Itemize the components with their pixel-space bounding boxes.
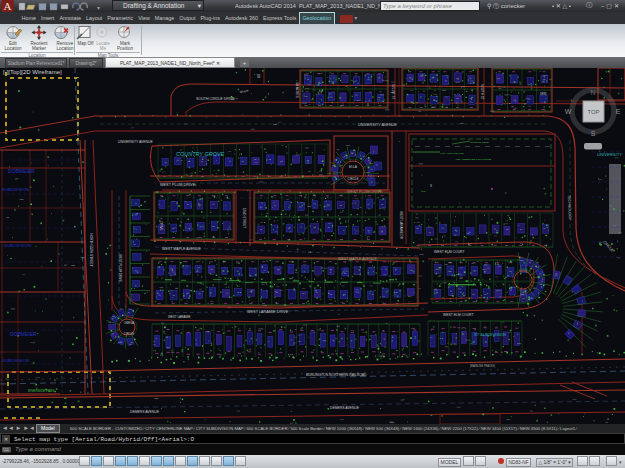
svg-text:SUBDIVISION: SUBDIVISION [2,187,29,192]
svg-text:DOBMEIER: DOBMEIER [8,168,35,174]
svg-text:WEST PLUM DRIVE: WEST PLUM DRIVE [118,254,122,282]
svg-text:WEST ELM COURT: WEST ELM COURT [443,313,474,317]
svg-text:N 50TH ST: N 50TH ST [480,84,484,99]
svg-text:(MAINLINE TRACKS): (MAINLINE TRACKS) [470,364,495,368]
svg-text:N: N [590,89,595,96]
svg-text:WEST ELM COURT: WEST ELM COURT [434,250,465,254]
svg-text:HIGH VOLTAGE LINE: HIGH VOLTAGE LINE [440,152,464,155]
svg-text:TECHNOLOGY: TECHNOLOGY [567,195,572,221]
svg-text:BURLINGTON NORTHERN RAILROAD: BURLINGTON NORTHERN RAILROAD [306,373,367,377]
svg-text:▾: ▾ [97,4,100,10]
svg-text:DR: DR [256,74,260,79]
svg-text:DEMERS AVENUE: DEMERS AVENUE [330,406,360,410]
svg-text:SUBDIVISION: SUBDIVISION [2,358,29,363]
svg-text:UNIVERSITY: UNIVERSITY [597,152,623,157]
svg-text:DOBMEIER: DOBMEIER [10,331,37,337]
svg-text:S: S [591,130,596,137]
svg-text:DRIVE: DRIVE [159,221,163,230]
svg-text:UNIVERSITY AVENUE: UNIVERSITY AVENUE [358,123,397,127]
svg-text:A: A [4,0,12,12]
svg-text:WEST LARAMIE DR: WEST LARAMIE DR [399,211,403,240]
svg-text:SOUTH CIRCLE DRIVE: SOUTH CIRCLE DRIVE [196,97,235,101]
svg-text:W: W [565,108,572,115]
svg-text:COUNTRY GROVE: COUNTRY GROVE [176,151,225,157]
svg-text:ELLA: ELLA [349,165,358,169]
svg-text:DRAFT: DRAFT [240,89,250,94]
svg-text:52ND STREET: 52ND STREET [242,208,246,229]
svg-text:WEST PLUM DRIVE: WEST PLUM DRIVE [160,183,196,187]
svg-text:WEST LARAMIE: WEST LARAMIE [168,315,191,319]
svg-text:AREA RESERVED FOR FUTURE: AREA RESERVED FOR FUTURE [455,158,492,161]
svg-text:WEST MAPLE AVENUE: WEST MAPLE AVENUE [162,247,201,251]
svg-text:TOP: TOP [587,109,599,115]
svg-text:(RC): (RC) [421,190,426,193]
svg-text:N 51ST ST: N 51ST ST [391,85,395,100]
svg-text:ST SUBDIVISION: ST SUBDIVISION [474,332,506,337]
svg-text:S: S [430,184,432,188]
svg-text:UNIVERSITY AVENUE: UNIVERSITY AVENUE [118,140,153,144]
svg-text:OMEGA: OMEGA [124,321,135,325]
svg-text:NORTH 55TH STREET: NORTH 55TH STREET [89,233,93,266]
svg-text:DEMERS AVENUE: DEMERS AVENUE [130,410,160,414]
svg-text:60 ACRES: 60 ACRES [295,82,299,97]
svg-text:RIVERSIDE PARK: RIVERSIDE PARK [28,389,55,393]
svg-text:WEST LARAMIE DRIVE: WEST LARAMIE DRIVE [247,310,289,314]
svg-text:SUBDIVISION: SUBDIVISION [4,243,31,248]
svg-text:CIRCLE: CIRCLE [347,177,358,181]
svg-text:NO BUILD ZONE: NO BUILD ZONE [470,141,489,144]
svg-text:E: E [616,108,621,115]
svg-text:CIRCLE: CIRCLE [124,332,134,336]
